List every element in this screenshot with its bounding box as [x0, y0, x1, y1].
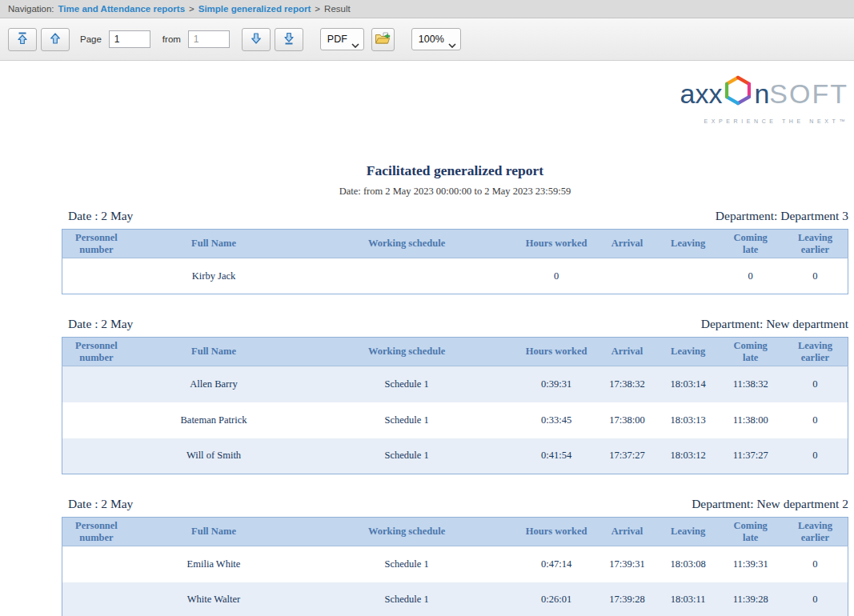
report-date-range: Date: from 2 May 2023 00:00:00 to 2 May … [62, 186, 848, 198]
arrow-down-to-line-icon [283, 32, 295, 47]
navigation-label: Navigation: [8, 4, 54, 14]
cell-hours-worked: 0:39:31 [516, 366, 596, 402]
column-header: Leaving earlier [783, 518, 848, 546]
column-header: Full Name [130, 230, 297, 258]
report-section: Date : 2 May Department: New department … [62, 496, 848, 616]
logo-hexagon-icon [723, 74, 753, 114]
page-label: Page [80, 34, 102, 44]
cell-leaving: 18:03:11 [658, 582, 719, 616]
cell-full-name: Will of Smith [130, 438, 297, 474]
logo-tagline: EXPERIENCE THE NEXT™ [704, 118, 848, 124]
zoom-select[interactable]: 100% [411, 28, 461, 50]
cell-leaving-earlier: 0 [783, 402, 848, 438]
arrow-down-icon [251, 32, 262, 47]
cell-arrival: 17:39:28 [596, 582, 658, 616]
column-header: Coming late [718, 230, 783, 258]
column-header: Personnel number [62, 338, 130, 366]
from-label: from [162, 34, 181, 44]
cell-leaving [658, 258, 719, 294]
table-row: Will of SmithSchedule 10:41:5417:37:2718… [62, 438, 848, 474]
cell-working-schedule: Schedule 1 [297, 366, 516, 402]
previous-page-button[interactable] [41, 28, 70, 51]
export-format-select[interactable]: PDF [320, 28, 364, 50]
section-department-label: Department: New department [701, 316, 848, 332]
cell-arrival [596, 258, 658, 294]
export-format-select-wrap: PDF [320, 28, 364, 50]
cell-leaving-earlier: 0 [783, 438, 848, 474]
cell-coming-late: 11:39:31 [718, 546, 783, 582]
cell-leaving-earlier: 0 [783, 366, 848, 402]
column-header: Coming late [718, 338, 783, 366]
column-header: Leaving [658, 518, 719, 546]
cell-hours-worked: 0:41:54 [516, 438, 596, 474]
report-toolbar: Page from PDF 100% [0, 18, 854, 61]
section-date-label: Date : 2 May [68, 496, 133, 512]
table-row: Emilia WhiteSchedule 10:47:1417:39:3118:… [62, 546, 848, 582]
table-header-row: Personnel numberFull NameWorking schedul… [62, 518, 848, 546]
last-page-button[interactable] [275, 28, 303, 51]
cell-personnel-number [62, 438, 130, 474]
column-header: Hours worked [516, 230, 596, 258]
report-section: Date : 2 May Department: Department 3 Pe… [62, 208, 848, 294]
section-header: Date : 2 May Department: New department … [62, 496, 848, 517]
table-row: Bateman PatrickSchedule 10:33:4517:38:00… [62, 402, 848, 438]
cell-hours-worked: 0:47:14 [516, 546, 596, 582]
cell-arrival: 17:39:31 [596, 546, 658, 582]
report-sections: Date : 2 May Department: Department 3 Pe… [62, 208, 848, 616]
cell-coming-late: 0 [718, 258, 783, 294]
column-header: Full Name [130, 518, 297, 546]
page-number-input[interactable] [109, 30, 150, 48]
cell-full-name: Emilia White [130, 546, 297, 582]
section-header: Date : 2 May Department: New department [62, 316, 848, 337]
cell-personnel-number [62, 366, 130, 402]
column-header: Leaving earlier [783, 230, 848, 258]
logo-text-soft: SOFT [769, 78, 848, 110]
column-header: Working schedule [297, 230, 516, 258]
nav-link-time-attendance-reports[interactable]: Time and Attendance reports [58, 4, 185, 14]
cell-personnel-number [62, 582, 130, 616]
cell-full-name: Bateman Patrick [130, 402, 297, 438]
next-page-button[interactable] [242, 28, 271, 51]
arrow-up-icon [50, 32, 61, 47]
export-button[interactable] [371, 28, 395, 51]
cell-full-name: Kirby Jack [130, 258, 297, 294]
cell-leaving: 18:03:13 [658, 402, 719, 438]
export-folder-icon [375, 31, 391, 48]
report-content: axx nSOFT EXPERIENCE THE NEXT™ Facilitat… [0, 61, 854, 616]
column-header: Leaving [658, 338, 719, 366]
column-header: Arrival [596, 338, 658, 366]
cell-working-schedule: Schedule 1 [297, 402, 516, 438]
nav-link-simple-generalized-report[interactable]: Simple generalized report [198, 4, 311, 14]
logo-text-n: n [754, 78, 769, 110]
cell-leaving: 18:03:08 [658, 546, 719, 582]
table-row: White WalterSchedule 10:26:0117:39:2818:… [62, 582, 848, 616]
cell-coming-late: 11:38:00 [718, 402, 783, 438]
column-header: Leaving [658, 230, 719, 258]
cell-hours-worked: 0:26:01 [516, 582, 596, 616]
breadcrumb-separator: > [315, 4, 320, 14]
column-header: Hours worked [516, 338, 596, 366]
cell-personnel-number [62, 546, 130, 582]
column-header: Arrival [596, 230, 658, 258]
column-header: Full Name [130, 338, 297, 366]
column-header: Working schedule [297, 518, 516, 546]
cell-leaving-earlier: 0 [783, 258, 848, 294]
table-header-row: Personnel numberFull NameWorking schedul… [62, 230, 848, 258]
total-pages-input[interactable] [188, 30, 230, 48]
arrow-up-to-line-icon [17, 32, 28, 47]
logo-text-axx: axx [680, 78, 722, 110]
cell-working-schedule: Schedule 1 [297, 582, 516, 616]
table-header-row: Personnel numberFull NameWorking schedul… [62, 338, 848, 366]
cell-leaving-earlier: 0 [783, 582, 848, 616]
section-header: Date : 2 May Department: Department 3 [62, 208, 848, 229]
report-title: Facilitated generalized report [62, 162, 848, 179]
cell-personnel-number [62, 402, 130, 438]
cell-full-name: Allen Barry [130, 366, 297, 402]
column-header: Personnel number [62, 518, 130, 546]
cell-leaving-earlier: 0 [783, 546, 848, 582]
breadcrumb-separator: > [189, 4, 194, 14]
cell-coming-late: 11:38:32 [718, 366, 783, 402]
first-page-button[interactable] [8, 28, 37, 51]
column-header: Leaving earlier [783, 338, 848, 366]
cell-arrival: 17:37:27 [596, 438, 658, 474]
